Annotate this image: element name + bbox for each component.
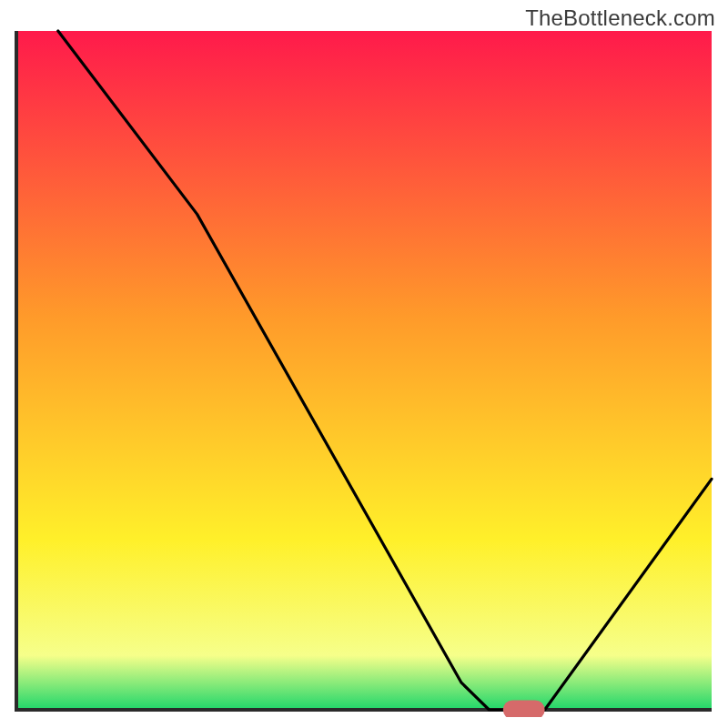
chart-svg: [11, 25, 717, 717]
gradient-background: [16, 31, 712, 710]
chart-canvas: [11, 25, 717, 717]
optimal-marker: [503, 701, 545, 717]
